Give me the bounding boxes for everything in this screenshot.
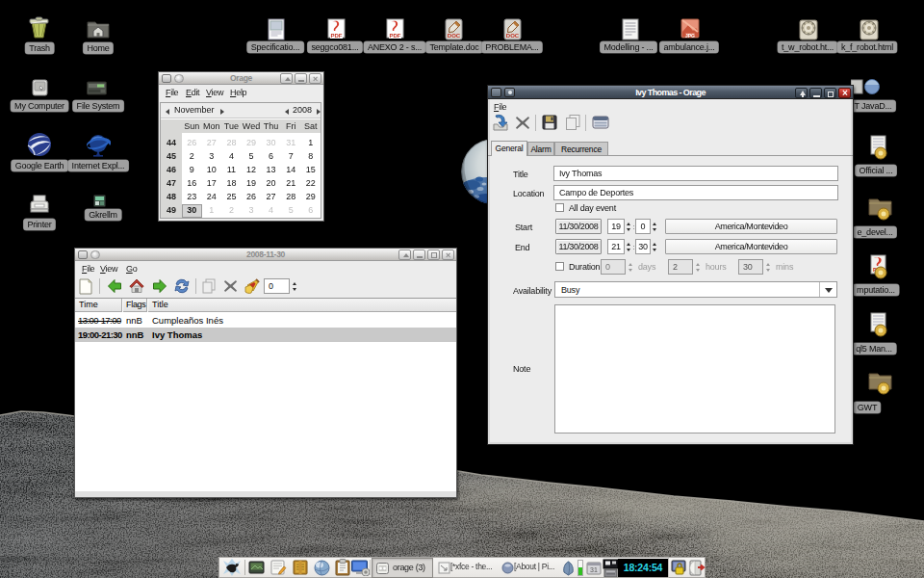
svg-text:JPG: JPG <box>685 33 695 39</box>
svg-text:31: 31 <box>590 566 598 573</box>
svg-text:DOC: DOC <box>448 33 461 39</box>
svg-text:PDF: PDF <box>331 33 343 39</box>
svg-text:PDF: PDF <box>390 33 401 39</box>
svg-text:DOC: DOC <box>506 33 520 39</box>
